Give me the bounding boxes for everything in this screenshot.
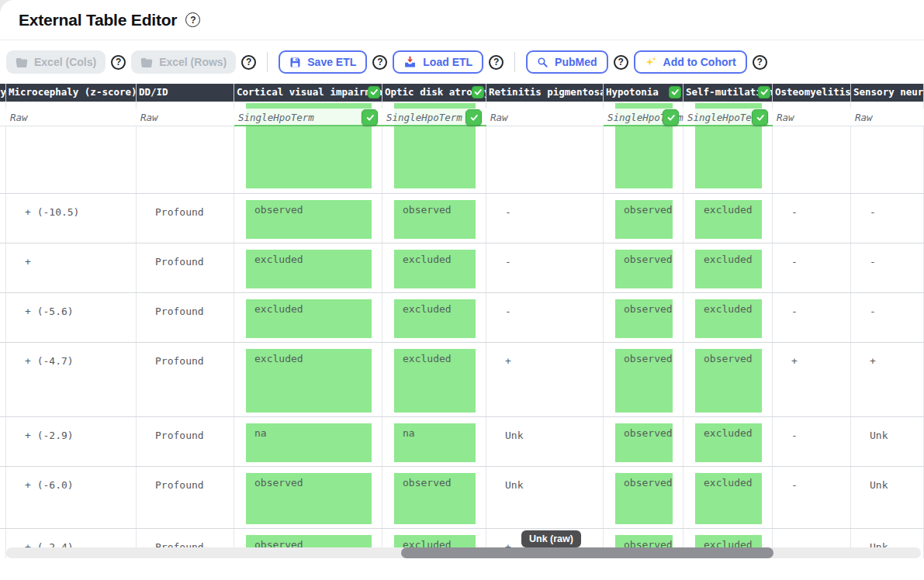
table-cell[interactable]: observed <box>683 343 773 416</box>
hpo-value-box[interactable]: observed <box>394 200 476 239</box>
hpo-value-box[interactable]: observed <box>615 250 673 288</box>
excel-rows-button[interactable]: Excel (Rows) <box>131 50 236 74</box>
table-cell[interactable]: observed <box>382 194 486 243</box>
save-etl-button[interactable]: Save ETL <box>279 50 367 74</box>
excel-cols-button[interactable]: Excel (Cols) <box>6 50 106 74</box>
table-cell[interactable]: Profound <box>137 194 234 243</box>
table-cell[interactable]: Unk <box>851 467 924 528</box>
transform-select[interactable]: Raw <box>773 109 851 126</box>
table-cell[interactable]: - <box>851 243 924 292</box>
pubmed-button[interactable]: PubMed <box>526 50 607 74</box>
table-cell[interactable]: Unk <box>851 417 924 466</box>
table-cell[interactable]: Profound <box>137 417 234 466</box>
table-cell[interactable] <box>0 343 6 416</box>
table-cell[interactable] <box>0 293 6 342</box>
hpo-value-box[interactable]: na <box>246 423 372 462</box>
excel-cols-help-icon[interactable]: ? <box>111 55 126 70</box>
horizontal-scrollbar-thumb[interactable] <box>401 547 773 558</box>
column-header[interactable]: Self-mutilation <box>683 84 773 102</box>
table-cell[interactable]: - <box>773 243 851 292</box>
table-cell[interactable]: - <box>773 293 851 342</box>
column-header[interactable]: Retinitis pigmentosa <box>486 84 604 102</box>
table-cell[interactable]: observed <box>234 467 382 528</box>
hpo-value-box[interactable]: excluded <box>695 299 762 338</box>
transform-checkbox[interactable] <box>752 109 768 126</box>
hpo-value-box[interactable]: excluded <box>394 250 476 288</box>
table-cell[interactable]: - <box>773 194 851 243</box>
hpo-value-box[interactable]: observed <box>615 299 673 338</box>
table-cell[interactable]: observed <box>604 243 683 292</box>
table-cell[interactable]: observed <box>604 293 683 342</box>
column-header[interactable]: DD/ID <box>137 84 234 102</box>
hpo-value-box[interactable]: observed <box>246 200 372 239</box>
title-help-icon[interactable]: ? <box>185 12 200 27</box>
transform-select[interactable]: Raw <box>137 109 234 126</box>
table-cell[interactable] <box>0 194 6 243</box>
table-cell[interactable]: + (-6.0) <box>6 467 137 528</box>
table-cell[interactable]: excluded <box>382 343 486 416</box>
transform-checkbox[interactable] <box>663 109 679 126</box>
table-cell[interactable]: Unk <box>486 417 604 466</box>
table-cell[interactable]: - <box>851 293 924 342</box>
column-header[interactable]: Sensory neuro <box>851 84 924 102</box>
hpo-value-box[interactable]: excluded <box>695 473 762 524</box>
transform-select[interactable]: SingleHpoTerm <box>382 109 486 126</box>
hpo-value-box[interactable]: excluded <box>695 423 762 462</box>
table-cell[interactable]: + <box>486 343 604 416</box>
transform-select[interactable]: SingleHpoTerm <box>683 109 773 126</box>
table-cell[interactable]: Profound <box>137 343 234 416</box>
table-cell[interactable]: observed <box>604 194 683 243</box>
add-to-cohort-help-icon[interactable]: ? <box>753 55 767 70</box>
table-cell[interactable]: + (-2.9) <box>6 417 137 466</box>
table-cell[interactable]: Profound <box>137 467 234 528</box>
column-header[interactable]: Optic disk atrophy <box>382 84 486 102</box>
pubmed-help-icon[interactable]: ? <box>614 55 628 70</box>
excel-rows-help-icon[interactable]: ? <box>241 55 256 70</box>
table-cell[interactable]: observed <box>604 417 683 466</box>
hpo-value-box[interactable]: excluded <box>246 250 372 288</box>
table-cell[interactable] <box>0 417 6 466</box>
table-cell[interactable]: na <box>234 417 382 466</box>
table-cell[interactable]: excluded <box>382 293 486 342</box>
hpo-value-box[interactable]: excluded <box>695 250 762 288</box>
table-cell[interactable]: Unk <box>486 467 604 528</box>
add-to-cohort-button[interactable]: Add to Cohort <box>634 50 747 74</box>
hpo-value-box[interactable]: excluded <box>394 349 476 413</box>
table-cell[interactable]: excluded <box>683 417 773 466</box>
table-cell[interactable]: excluded <box>683 243 773 292</box>
column-header[interactable]: Hypotonia <box>604 84 683 102</box>
table-cell[interactable]: excluded <box>234 293 382 342</box>
horizontal-scrollbar-track[interactable] <box>6 547 921 558</box>
transform-checkbox[interactable] <box>465 109 482 126</box>
transform-select[interactable]: Raw <box>486 109 604 126</box>
column-header[interactable]: ry <box>0 84 6 102</box>
table-cell[interactable]: - <box>486 243 604 292</box>
hpo-value-box[interactable]: na <box>394 423 476 462</box>
table-cell[interactable]: na <box>382 417 486 466</box>
table-cell[interactable]: + (-5.6) <box>6 293 137 342</box>
transform-select[interactable]: Raw <box>851 109 924 126</box>
table-cell[interactable]: excluded <box>382 243 486 292</box>
hpo-value-box[interactable]: observed <box>394 473 476 524</box>
table-cell[interactable]: + (-10.5) <box>6 194 137 243</box>
transform-checkbox[interactable] <box>362 109 378 126</box>
table-cell[interactable]: + <box>773 343 851 416</box>
column-header[interactable]: Osteomyelitis <box>773 84 851 102</box>
table-cell[interactable]: Profound <box>137 243 234 292</box>
hpo-value-box[interactable]: observed <box>615 349 673 413</box>
transform-select[interactable]: SingleHpoTerm <box>234 109 382 126</box>
load-etl-help-icon[interactable]: ? <box>489 55 504 70</box>
table-cell[interactable]: - <box>486 194 604 243</box>
hpo-value-box[interactable]: excluded <box>695 200 762 239</box>
table-cell[interactable]: + <box>6 243 137 292</box>
table-cell[interactable] <box>0 467 6 528</box>
hpo-value-box[interactable]: observed <box>695 349 762 413</box>
table-cell[interactable]: - <box>773 417 851 466</box>
load-etl-button[interactable]: Load ETL <box>393 50 483 74</box>
hpo-value-box[interactable]: excluded <box>394 299 476 338</box>
hpo-value-box[interactable]: excluded <box>246 349 372 413</box>
hpo-value-box[interactable]: observed <box>615 200 673 239</box>
table-cell[interactable]: - <box>851 194 924 243</box>
table-cell[interactable]: - <box>486 293 604 342</box>
table-cell[interactable]: observed <box>234 194 382 243</box>
